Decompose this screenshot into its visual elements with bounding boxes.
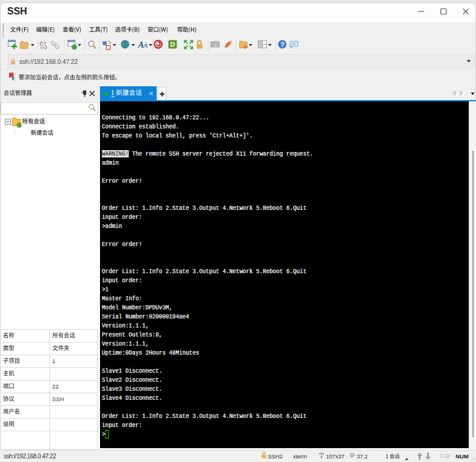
svg-text:A: A bbox=[143, 42, 148, 49]
svg-text:?: ? bbox=[280, 41, 284, 48]
